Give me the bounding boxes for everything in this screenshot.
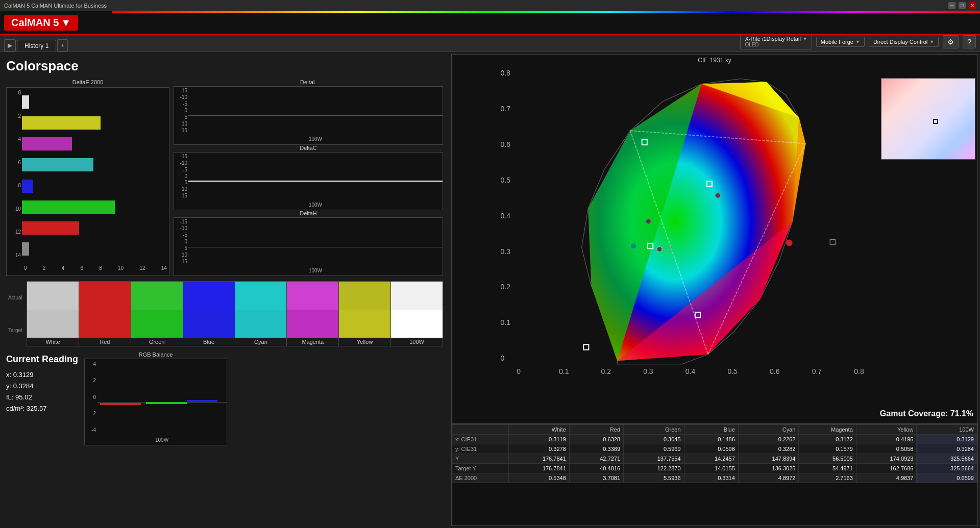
- cie-dot-red: [786, 240, 793, 246]
- deltae-bar-row: [22, 136, 165, 152]
- table-row-label: ΔE 2000: [452, 473, 509, 483]
- rainbow-line: [112, 11, 980, 13]
- instrument-dropdown[interactable]: X-Rite i1Display Retail ▼ OLED: [740, 34, 812, 49]
- tab-add[interactable]: +: [57, 39, 68, 52]
- window-controls: ─ □ ✕: [948, 2, 976, 9]
- cr-x: x: 0.3129: [6, 369, 78, 381]
- header-right: X-Rite i1Display Retail ▼ OLED Mobile Fo…: [740, 34, 976, 52]
- cr-cdm2: cd/m²: 325.57: [6, 403, 78, 414]
- svg-text:0.5: 0.5: [727, 367, 738, 375]
- col-header-yellow: Yellow: [856, 425, 917, 435]
- deltaC-xaxis: 100W: [188, 199, 443, 210]
- table-cell: 176.7841: [509, 454, 570, 464]
- svg-text:0: 0: [501, 354, 505, 362]
- table-cell: 136.3025: [738, 464, 799, 473]
- deltae-bar-row: [22, 115, 165, 131]
- swatch-label: 100W: [391, 338, 443, 346]
- table-body: x: CIE310.31190.63280.30450.14860.22620.…: [452, 435, 977, 483]
- maximize-button[interactable]: □: [959, 2, 966, 9]
- swatch-col: Red: [79, 282, 131, 346]
- charts-row: DeltaE 2000 14 12 10 8 6 4 2 0: [6, 79, 443, 276]
- deltaL-zero: [188, 115, 443, 116]
- close-button[interactable]: ✕: [969, 2, 976, 9]
- deltae-bar: [22, 116, 101, 130]
- table-cell: 0.3278: [509, 444, 570, 454]
- deltae-bar: [22, 137, 72, 150]
- svg-text:0.2: 0.2: [501, 283, 511, 291]
- swatch-target: [235, 310, 287, 338]
- swatch-target: [339, 310, 390, 338]
- table-cell: 0.3284: [917, 444, 977, 454]
- deltae-inner: 14 12 10 8 6 4 2 0 0 2 4: [6, 87, 169, 276]
- swatch-label: White: [27, 338, 79, 346]
- deltae-bars: [22, 92, 165, 260]
- deltaH-xlabel: 100W: [309, 268, 322, 273]
- play-button[interactable]: ▶: [4, 39, 16, 52]
- swatch-col: Cyan: [235, 282, 287, 346]
- cie-diagram: 0.8 0.7 0.6 0.5 0.4 0.3 0.2 0.1 0 0 0.1 …: [452, 66, 977, 422]
- app-logo[interactable]: CalMAN 5 ▼: [4, 15, 78, 31]
- data-table: White Red Green Blue Cyan Magenta Yellow…: [452, 424, 977, 483]
- table-cell: 54.4971: [799, 464, 856, 473]
- gamut-coverage: Gamut Coverage: 71.1%: [880, 409, 973, 418]
- deltaL-inner: 15 10 5 0 -5 -10 -15 100W: [174, 86, 443, 145]
- rgb-balance-chart: RGB Balance 4 2 0 -2 -4: [84, 351, 227, 445]
- table-cell: 0.3119: [509, 435, 570, 444]
- svg-text:0.1: 0.1: [559, 367, 569, 375]
- swatch-target: [287, 310, 338, 338]
- table-row-label: Y: [452, 454, 509, 464]
- bottom-left-area: Current Reading x: 0.3129 y: 0.3284 fL: …: [6, 351, 443, 445]
- col-header-blue: Blue: [684, 425, 738, 435]
- deltae-bar: [22, 200, 115, 214]
- minimize-button[interactable]: ─: [948, 2, 955, 9]
- cie-target-red: [830, 240, 835, 245]
- svg-text:0.5: 0.5: [501, 176, 511, 184]
- swatch-col: Magenta: [287, 282, 339, 346]
- swatch-target: [391, 310, 443, 338]
- col-header-magenta: Magenta: [799, 425, 856, 435]
- control-dropdown[interactable]: Direct Display Control ▼: [869, 37, 939, 47]
- table-cell: 0.5348: [509, 473, 570, 483]
- table-cell: 147.8394: [738, 454, 799, 464]
- swatch-actual: [183, 282, 235, 310]
- swatch-col: Blue: [183, 282, 235, 346]
- small-charts: DeltaL 15 10 5 0 -5 -10 -15: [174, 79, 443, 276]
- instrument-sublabel: OLED: [745, 42, 807, 47]
- current-reading: Current Reading x: 0.3129 y: 0.3284 fL: …: [6, 351, 78, 414]
- cie-container: CIE 1931 xy 0.8 0.7 0.6 0.5 0.4 0.3 0.2 …: [451, 54, 978, 424]
- swatch-actual: [27, 282, 79, 310]
- settings-button[interactable]: ⚙: [943, 35, 959, 48]
- table-cell: 0.2262: [738, 435, 799, 444]
- col-header-100w: 100W: [917, 425, 977, 435]
- data-table-area: White Red Green Blue Cyan Magenta Yellow…: [451, 424, 978, 526]
- help-button[interactable]: ?: [963, 35, 976, 48]
- instrument-label: X-Rite i1Display Retail: [745, 36, 800, 42]
- table-cell: 0.3045: [624, 435, 684, 444]
- deltaH-title: DeltaH: [174, 210, 443, 216]
- table-cell: 0.6328: [569, 435, 623, 444]
- svg-text:0.8: 0.8: [501, 69, 511, 77]
- header: CalMAN 5 ▼: [0, 11, 980, 35]
- tab-history1[interactable]: History 1: [17, 40, 56, 52]
- logo-text: CalMAN 5: [11, 17, 59, 29]
- workflow-dropdown[interactable]: Mobile Forge ▼: [816, 37, 865, 47]
- right-panel: CIE 1931 xy 0.8 0.7 0.6 0.5 0.4 0.3 0.2 …: [449, 52, 980, 528]
- cie-title: CIE 1931 xy: [452, 55, 977, 66]
- swatch-label: Magenta: [287, 338, 338, 346]
- deltae-yaxis: 14 12 10 8 6 4 2 0: [7, 88, 22, 260]
- swatch-target: [131, 310, 183, 338]
- svg-text:0: 0: [517, 367, 521, 375]
- svg-text:0.8: 0.8: [854, 367, 864, 375]
- svg-text:0.6: 0.6: [501, 140, 511, 148]
- logo-dropdown-arrow: ▼: [61, 17, 71, 29]
- rgb-blue-bar: [187, 400, 217, 402]
- table-row: Y176.784142.7271137.755414.2457147.83945…: [452, 454, 977, 464]
- deltae-bar: [22, 158, 93, 171]
- swatch-actual: [339, 282, 390, 310]
- cie-dot-magenta: [702, 315, 707, 320]
- col-header-cyan: Cyan: [738, 425, 799, 435]
- left-panel: Colorspace DeltaE 2000 14 12 10 8 6 4 2 …: [0, 52, 449, 528]
- deltaC-xlabel: 100W: [309, 202, 322, 208]
- svg-text:0.7: 0.7: [501, 105, 511, 113]
- deltaH-inner: 15 10 5 0 -5 -10 -15 100W: [174, 217, 443, 276]
